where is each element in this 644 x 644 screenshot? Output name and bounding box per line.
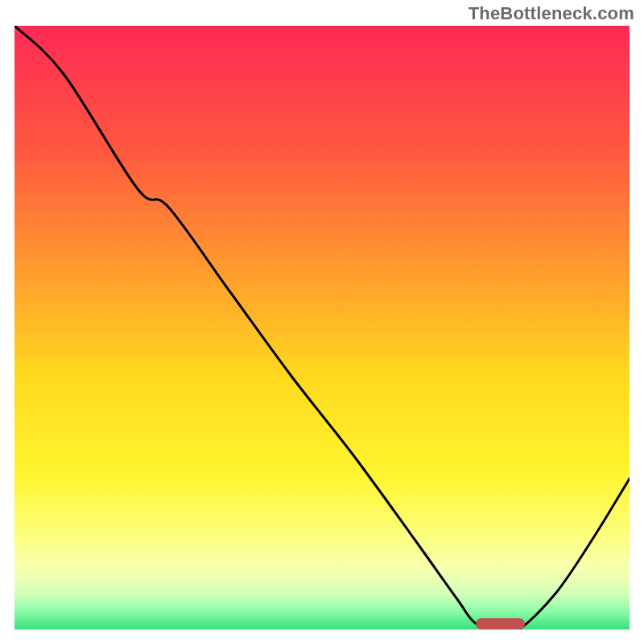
bottleneck-chart xyxy=(14,26,630,630)
chart-background xyxy=(14,26,630,630)
watermark-text: TheBottleneck.com xyxy=(469,3,634,24)
chart-stage: TheBottleneck.com xyxy=(0,0,644,644)
sweet-spot-marker xyxy=(476,618,525,630)
